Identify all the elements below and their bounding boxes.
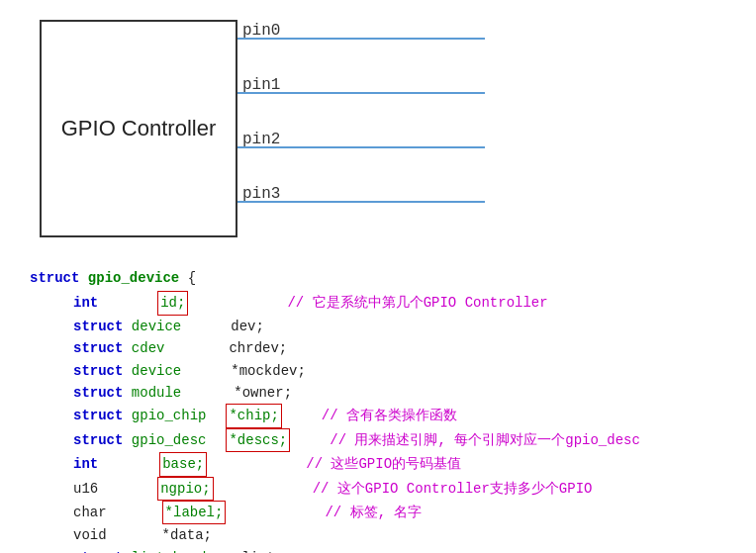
field-list-line: struct list_head list; [30, 547, 726, 553]
field-label-type: char [73, 502, 107, 523]
field-owner-line: struct module *owner; [30, 382, 726, 404]
field-descs-name: *descs; [226, 428, 290, 452]
field-list-subtype: list_head [123, 547, 206, 553]
field-id-comment: // 它是系统中第几个GPIO Controller [287, 292, 547, 314]
field-cdev-subtype: cdev [123, 337, 164, 359]
struct-name: gpio_device [79, 267, 179, 289]
pin2-container: pin2 [237, 146, 485, 166]
field-descs-line: struct gpio_desc *descs; // 用来描述引脚, 每个引脚… [30, 428, 726, 452]
field-id-name: id; [157, 291, 188, 315]
field-label-comment: // 标签, 名字 [325, 502, 422, 523]
field-mockdev-name: *mockdev; [231, 360, 306, 382]
field-list-struct-kw: struct [73, 547, 123, 553]
field-base-comment: // 这些GPIO的号码基值 [306, 453, 461, 475]
field-dev-name: dev; [231, 316, 264, 337]
field-mockdev-subtype: device [123, 360, 181, 382]
field-cdev-name: chrdev; [229, 337, 287, 359]
field-id-line: int id; // 它是系统中第几个GPIO Controller [30, 291, 726, 315]
pin1-container: pin1 [237, 92, 485, 112]
pin0-container: pin0 [237, 38, 485, 57]
pin1-label: pin1 [237, 76, 280, 94]
field-data-name: *data; [162, 524, 212, 546]
field-mockdev-struct-kw: struct [73, 360, 123, 382]
field-base-line: int base; // 这些GPIO的号码基值 [30, 452, 726, 476]
gpio-box-label: GPIO Controller [61, 116, 217, 141]
field-cdev-struct-kw: struct [73, 337, 123, 359]
field-label-line: char *label; // 标签, 名字 [30, 501, 726, 524]
field-owner-name: *owner; [234, 382, 292, 404]
field-dev-line: struct device dev; [30, 316, 726, 337]
field-label-name: *label; [162, 501, 227, 524]
field-descs-comment: // 用来描述引脚, 每个引脚对应一个gpio_desc [330, 429, 640, 451]
field-dev-subtype: device [123, 316, 181, 337]
field-ngpio-name: ngpio; [157, 477, 213, 501]
pin0-label: pin0 [237, 22, 280, 40]
field-chip-name: *chip; [226, 404, 281, 427]
pin3-container: pin3 [237, 201, 485, 221]
struct-keyword: struct [30, 267, 79, 289]
field-cdev-line: struct cdev chrdev; [30, 337, 726, 359]
pin2-label: pin2 [237, 131, 280, 148]
field-owner-subtype: module [123, 382, 181, 404]
field-chip-subtype: gpio_chip [123, 405, 206, 426]
field-data-line: void *data; [30, 524, 726, 546]
field-descs-struct-kw: struct [73, 429, 123, 451]
diagram-section: GPIO Controller pin0 pin1 pin2 pin3 [20, 10, 736, 247]
open-brace: { [179, 267, 196, 289]
field-data-type: void [73, 524, 107, 546]
struct-header-line: struct gpio_device { [30, 267, 726, 289]
field-ngpio-comment: // 这个GPIO Controller支持多少个GPIO [313, 478, 593, 500]
field-mockdev-line: struct device *mockdev; [30, 360, 726, 382]
field-base-type: int [73, 453, 98, 475]
field-owner-struct-kw: struct [73, 382, 123, 404]
field-ngpio-type: u16 [73, 478, 98, 500]
field-chip-struct-kw: struct [73, 405, 123, 426]
field-id-type: int [73, 292, 98, 314]
field-list-name: list; [241, 547, 283, 553]
field-chip-line: struct gpio_chip *chip; // 含有各类操作函数 [30, 404, 726, 427]
pins-container: pin0 pin1 pin2 pin3 [237, 20, 485, 237]
field-descs-subtype: gpio_desc [123, 429, 206, 451]
field-dev-struct-kw: struct [73, 316, 123, 337]
field-base-name: base; [159, 452, 207, 476]
code-section: struct gpio_device { int id; // 它是系统中第几个… [20, 267, 736, 553]
gpio-controller-box: GPIO Controller [40, 20, 237, 237]
field-ngpio-line: u16 ngpio; // 这个GPIO Controller支持多少个GPIO [30, 477, 726, 501]
field-chip-comment: // 含有各类操作函数 [322, 405, 457, 426]
pin3-label: pin3 [237, 185, 280, 203]
